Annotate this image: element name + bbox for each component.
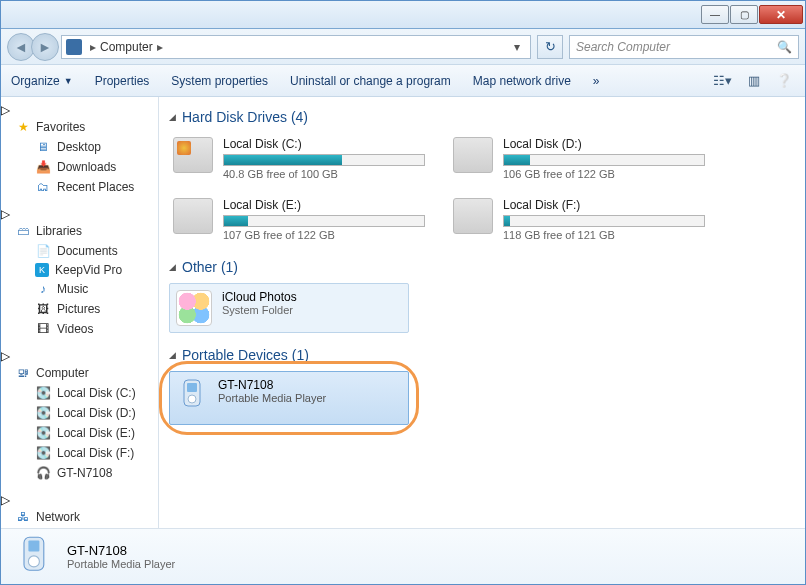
sidebar-item-drive-f[interactable]: 💽Local Disk (F:) bbox=[1, 443, 158, 463]
pictures-icon: 🖼 bbox=[35, 301, 51, 317]
mp3-player-icon: 🎧 bbox=[35, 465, 51, 481]
collapse-icon: ◢ bbox=[169, 350, 176, 360]
drive-icon bbox=[173, 137, 213, 173]
body: ▷ ★Favorites 🖥Desktop 📥Downloads 🗂Recent… bbox=[1, 97, 805, 528]
mp3-player-icon bbox=[176, 378, 208, 418]
maximize-button[interactable]: ▢ bbox=[730, 5, 758, 24]
portable-highlight: GT-N7108 Portable Media Player bbox=[169, 371, 409, 425]
sidebar-favorites: ▷ ★Favorites 🖥Desktop 📥Downloads 🗂Recent… bbox=[1, 103, 158, 197]
app-icon: K bbox=[35, 263, 49, 277]
svg-point-2 bbox=[188, 395, 196, 403]
organize-menu[interactable]: Organize ▼ bbox=[11, 74, 73, 88]
icloud-photos-icon bbox=[176, 290, 212, 326]
capacity-bar bbox=[503, 154, 705, 166]
titlebar: — ▢ ✕ bbox=[1, 1, 805, 29]
drive-d[interactable]: Local Disk (D:) 106 GB free of 122 GB bbox=[449, 133, 709, 184]
capacity-bar bbox=[503, 215, 705, 227]
drive-icon: 💽 bbox=[35, 385, 51, 401]
uninstall-button[interactable]: Uninstall or change a program bbox=[290, 74, 451, 88]
sidebar-item-drive-e[interactable]: 💽Local Disk (E:) bbox=[1, 423, 158, 443]
sidebar-computer: ▷ 🖳Computer 💽Local Disk (C:) 💽Local Disk… bbox=[1, 349, 158, 483]
search-placeholder: Search Computer bbox=[576, 40, 670, 54]
drive-icon: 💽 bbox=[35, 425, 51, 441]
drive-icon: 💽 bbox=[35, 405, 51, 421]
sidebar-item-keepvid[interactable]: KKeepVid Pro bbox=[1, 261, 158, 279]
sidebar-item-drive-d[interactable]: 💽Local Disk (D:) bbox=[1, 403, 158, 423]
refresh-button[interactable]: ↻ bbox=[537, 35, 563, 59]
svg-point-5 bbox=[28, 555, 39, 566]
capacity-bar bbox=[223, 154, 425, 166]
star-icon: ★ bbox=[15, 119, 31, 135]
preview-pane-button[interactable]: ▥ bbox=[745, 70, 763, 91]
sidebar-item-pictures[interactable]: 🖼Pictures bbox=[1, 299, 158, 319]
documents-icon: 📄 bbox=[35, 243, 51, 259]
map-drive-button[interactable]: Map network drive bbox=[473, 74, 571, 88]
collapse-icon[interactable]: ▷ bbox=[1, 207, 10, 221]
explorer-window: — ▢ ✕ ◄ ► ▸ Computer ▸ ▾ ↻ Search Comput… bbox=[0, 0, 806, 585]
toolbar-overflow[interactable]: » bbox=[593, 74, 600, 88]
group-other[interactable]: ◢Other (1) bbox=[169, 259, 795, 275]
drive-icon bbox=[173, 198, 213, 234]
recent-icon: 🗂 bbox=[35, 179, 51, 195]
capacity-bar bbox=[223, 215, 425, 227]
sidebar-item-downloads[interactable]: 📥Downloads bbox=[1, 157, 158, 177]
mp3-player-icon bbox=[15, 535, 55, 579]
sidebar-item-drive-c[interactable]: 💽Local Disk (C:) bbox=[1, 383, 158, 403]
toolbar-right: ☷▾ ▥ ❔ bbox=[710, 70, 795, 91]
system-properties-button[interactable]: System properties bbox=[171, 74, 268, 88]
computer-icon: 🖳 bbox=[15, 365, 31, 381]
icloud-photos-item[interactable]: iCloud Photos System Folder bbox=[169, 283, 409, 333]
minimize-button[interactable]: — bbox=[701, 5, 729, 24]
collapse-icon[interactable]: ▷ bbox=[1, 349, 10, 363]
address-bar[interactable]: ▸ Computer ▸ ▾ bbox=[61, 35, 531, 59]
view-options-button[interactable]: ☷▾ bbox=[710, 70, 735, 91]
sidebar-item-gtn7108[interactable]: 🎧GT-N7108 bbox=[1, 463, 158, 483]
chevron-down-icon: ▼ bbox=[64, 76, 73, 86]
music-icon: ♪ bbox=[35, 281, 51, 297]
videos-icon: 🎞 bbox=[35, 321, 51, 337]
gt-n7108-item[interactable]: GT-N7108 Portable Media Player bbox=[169, 371, 409, 425]
sidebar-item-recent[interactable]: 🗂Recent Places bbox=[1, 177, 158, 197]
sidebar-item-desktop[interactable]: 🖥Desktop bbox=[1, 137, 158, 157]
sidebar-libraries: ▷ 🗃Libraries 📄Documents KKeepVid Pro ♪Mu… bbox=[1, 207, 158, 339]
sidebar-network-header[interactable]: 🖧Network bbox=[1, 507, 158, 527]
details-name: GT-N7108 bbox=[67, 543, 175, 558]
collapse-icon[interactable]: ▷ bbox=[1, 493, 10, 507]
sidebar: ▷ ★Favorites 🖥Desktop 📥Downloads 🗂Recent… bbox=[1, 97, 159, 528]
help-button[interactable]: ❔ bbox=[773, 70, 795, 91]
group-hdd[interactable]: ◢Hard Disk Drives (4) bbox=[169, 109, 795, 125]
breadcrumb-computer[interactable]: Computer bbox=[100, 40, 153, 54]
computer-icon bbox=[66, 39, 82, 55]
sidebar-libraries-header[interactable]: 🗃Libraries bbox=[1, 221, 158, 241]
chevron-icon[interactable]: ▸ bbox=[153, 40, 167, 54]
toolbar: Organize ▼ Properties System properties … bbox=[1, 65, 805, 97]
forward-button[interactable]: ► bbox=[31, 33, 59, 61]
libraries-icon: 🗃 bbox=[15, 223, 31, 239]
drive-c[interactable]: Local Disk (C:) 40.8 GB free of 100 GB bbox=[169, 133, 429, 184]
details-pane: GT-N7108 Portable Media Player bbox=[1, 528, 805, 584]
properties-button[interactable]: Properties bbox=[95, 74, 150, 88]
sidebar-network: ▷ 🖧Network bbox=[1, 493, 158, 527]
drive-e[interactable]: Local Disk (E:) 107 GB free of 122 GB bbox=[169, 194, 429, 245]
main-content: ◢Hard Disk Drives (4) Local Disk (C:) 40… bbox=[159, 97, 805, 528]
drive-icon: 💽 bbox=[35, 445, 51, 461]
search-input[interactable]: Search Computer 🔍 bbox=[569, 35, 799, 59]
svg-rect-4 bbox=[28, 540, 39, 551]
nav-buttons: ◄ ► bbox=[7, 33, 55, 61]
sidebar-item-documents[interactable]: 📄Documents bbox=[1, 241, 158, 261]
drives-list: Local Disk (C:) 40.8 GB free of 100 GB L… bbox=[169, 133, 795, 245]
sidebar-computer-header[interactable]: 🖳Computer bbox=[1, 363, 158, 383]
collapse-icon[interactable]: ▷ bbox=[1, 103, 10, 117]
sidebar-item-videos[interactable]: 🎞Videos bbox=[1, 319, 158, 339]
sidebar-favorites-header[interactable]: ★Favorites bbox=[1, 117, 158, 137]
group-portable[interactable]: ◢Portable Devices (1) bbox=[169, 347, 795, 363]
drive-icon bbox=[453, 198, 493, 234]
chevron-icon: ▸ bbox=[86, 40, 100, 54]
navbar: ◄ ► ▸ Computer ▸ ▾ ↻ Search Computer 🔍 bbox=[1, 29, 805, 65]
desktop-icon: 🖥 bbox=[35, 139, 51, 155]
address-dropdown-button[interactable]: ▾ bbox=[508, 40, 526, 54]
close-button[interactable]: ✕ bbox=[759, 5, 803, 24]
sidebar-item-music[interactable]: ♪Music bbox=[1, 279, 158, 299]
downloads-icon: 📥 bbox=[35, 159, 51, 175]
drive-f[interactable]: Local Disk (F:) 118 GB free of 121 GB bbox=[449, 194, 709, 245]
